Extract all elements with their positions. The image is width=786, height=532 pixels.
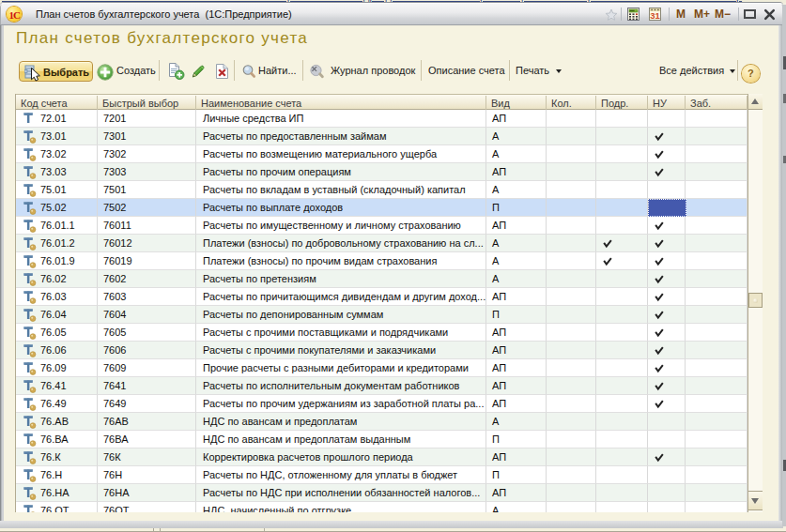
svg-text:31: 31 xyxy=(650,10,660,21)
